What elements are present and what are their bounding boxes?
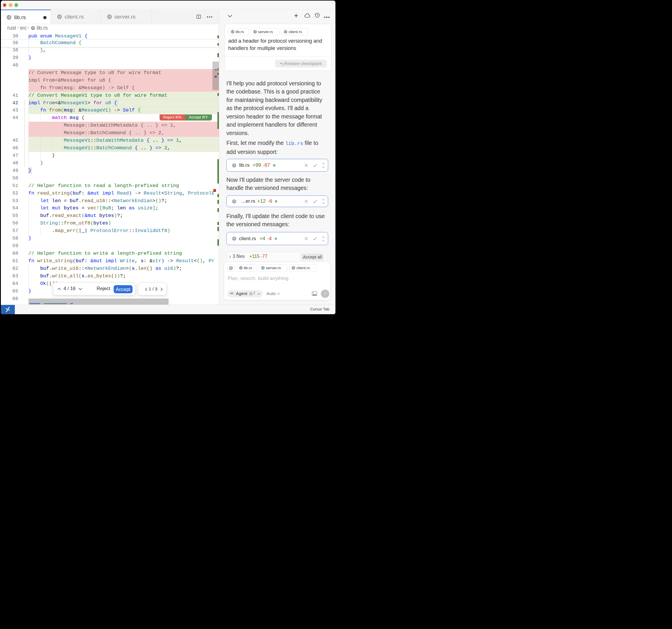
svg-text:R: R [233, 164, 235, 167]
svg-text:R: R [109, 16, 111, 18]
svg-text:R: R [232, 30, 234, 33]
svg-text:R: R [233, 237, 235, 240]
svg-text:R: R [8, 16, 10, 19]
svg-text:R: R [58, 16, 61, 18]
svg-text:R: R [233, 200, 235, 203]
svg-text:R: R [262, 267, 264, 269]
svg-text:R: R [285, 30, 287, 33]
svg-text:R: R [293, 267, 294, 269]
svg-text:R: R [32, 26, 34, 29]
svg-text:R: R [254, 30, 256, 33]
svg-text:R: R [240, 267, 242, 269]
